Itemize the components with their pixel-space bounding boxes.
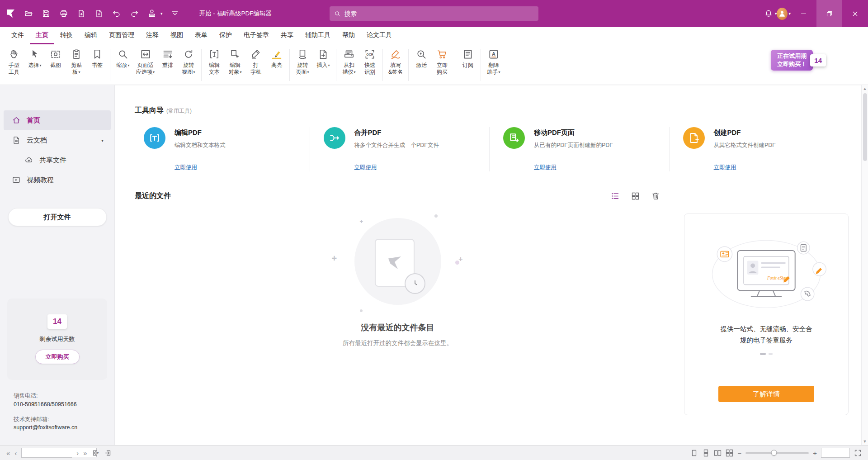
card-merge-pdf[interactable]: 合并PDF 将多个文件合并生成一个PDF文件 立即使用: [310, 127, 490, 171]
rotate-pages-button[interactable]: 旋转 页面: [292, 48, 313, 76]
next-view-icon[interactable]: [104, 449, 112, 457]
menu-edit[interactable]: 编辑: [79, 27, 103, 44]
carousel-dots[interactable]: [760, 353, 773, 355]
sidebar-item-cloud-docs[interactable]: 云文档 ▾: [4, 130, 111, 150]
card-create-pdf[interactable]: 创建PDF 从其它格式文件创建PDF 立即使用: [669, 127, 849, 171]
scrollbar-thumb[interactable]: [863, 93, 867, 161]
insert-pages-button[interactable]: 插入: [313, 48, 334, 69]
vertical-scrollbar[interactable]: ▲ ▼: [861, 85, 868, 445]
snapshot-button[interactable]: 截图: [45, 48, 66, 69]
use-now-link[interactable]: 立即使用: [534, 164, 557, 171]
menu-file[interactable]: 文件: [5, 27, 30, 44]
fullscreen-icon[interactable]: [854, 449, 862, 457]
chevron-down-icon[interactable]: ▾: [101, 138, 104, 143]
ocr-button[interactable]: OCR 快速 识别: [359, 48, 380, 76]
save-icon[interactable]: [41, 8, 52, 19]
buy-now-pill-button[interactable]: 立即购买: [35, 350, 80, 364]
buy-now-button[interactable]: 立即 购买: [432, 48, 453, 76]
bookmark-button[interactable]: 书签: [87, 48, 108, 69]
clipboard-button[interactable]: 剪贴 板: [66, 48, 87, 76]
list-view-icon[interactable]: [610, 191, 620, 201]
edit-text-button[interactable]: 编辑 文本: [204, 48, 225, 76]
fill-sign-button[interactable]: 填写 &签名: [385, 48, 406, 76]
zoom-in-icon[interactable]: +: [813, 450, 817, 456]
menu-esign[interactable]: 电子签章: [238, 27, 275, 44]
zoom-tool-button[interactable]: 缩放: [113, 48, 133, 69]
menu-home[interactable]: 主页: [30, 27, 54, 44]
learn-more-button[interactable]: 了解详情: [718, 386, 814, 402]
restore-button[interactable]: [816, 0, 842, 27]
fit-options-button[interactable]: 页面适 应选项: [133, 48, 157, 76]
activate-button[interactable]: 激活: [411, 48, 432, 69]
last-page-icon[interactable]: »: [83, 450, 87, 456]
notifications-bell-icon[interactable]: [763, 8, 774, 19]
hand-tool-button[interactable]: 手型 工具: [4, 48, 24, 76]
typewriter-button[interactable]: 打 字机: [245, 48, 266, 76]
subscribe-button[interactable]: 订阅: [458, 48, 478, 69]
menu-page-manage[interactable]: 页面管理: [103, 27, 140, 44]
search-input[interactable]: [344, 10, 534, 17]
card-move-pdf-pages[interactable]: 移动PDF页面 从已有的PDF页面创建新的PDF 立即使用: [489, 127, 669, 171]
trash-icon[interactable]: [651, 191, 660, 201]
use-now-link[interactable]: 立即使用: [175, 164, 197, 171]
card-edit-pdf[interactable]: 编辑PDF 编辑文档和文本格式 立即使用: [135, 127, 310, 171]
collapse-ribbon-icon[interactable]: [170, 8, 180, 19]
continuous-view-icon[interactable]: [702, 449, 710, 457]
facing-continuous-view-icon[interactable]: [726, 449, 733, 457]
zoom-value-input[interactable]: [821, 448, 849, 457]
trial-banner-text[interactable]: 正在试用期 立即购买！: [771, 50, 813, 71]
rotate-view-button[interactable]: 旋转 视图: [178, 48, 199, 76]
carousel-dot-active[interactable]: [760, 353, 766, 355]
support-email-value[interactable]: support@foxitsoftware.cn: [14, 423, 114, 432]
grid-view-icon[interactable]: [631, 191, 640, 201]
sidebar-item-video-tutorials[interactable]: 视频教程: [4, 170, 111, 190]
reflow-button[interactable]: 重排: [157, 48, 178, 69]
trial-banner[interactable]: 正在试用期 立即购买！ 14: [771, 50, 826, 71]
foxit-logo-icon[interactable]: [5, 8, 16, 19]
menu-help[interactable]: 帮助: [336, 27, 361, 44]
translate-assistant-button[interactable]: A 翻译 助手: [483, 48, 504, 76]
chevron-down-icon[interactable]: ▾: [160, 11, 163, 16]
print-icon[interactable]: [58, 8, 69, 19]
menu-comment[interactable]: 注释: [140, 27, 165, 44]
select-tool-button[interactable]: 选择: [24, 48, 45, 69]
open-file-button[interactable]: 打开文件: [8, 208, 107, 226]
dot-decoration: [434, 214, 438, 218]
zoom-slider[interactable]: [745, 452, 809, 454]
search-bar[interactable]: [330, 6, 538, 21]
menu-paper-tools[interactable]: 论文工具: [361, 27, 398, 44]
redo-icon[interactable]: [129, 8, 140, 19]
create-pdf-icon[interactable]: [94, 8, 104, 19]
edit-object-button[interactable]: 编辑 对象: [225, 48, 245, 76]
from-scanner-button[interactable]: 从扫 描仪: [339, 48, 359, 76]
zoom-out-icon[interactable]: −: [737, 450, 741, 456]
menu-accessibility[interactable]: 辅助工具: [299, 27, 336, 44]
use-now-link[interactable]: 立即使用: [714, 164, 736, 171]
open-file-icon[interactable]: [23, 8, 34, 19]
menu-form[interactable]: 表单: [189, 27, 213, 44]
next-page-icon[interactable]: ›: [76, 450, 79, 456]
previous-page-icon[interactable]: ‹: [14, 450, 17, 456]
use-now-link[interactable]: 立即使用: [354, 164, 377, 171]
menu-convert[interactable]: 转换: [54, 27, 79, 44]
sidebar-item-home[interactable]: 首页: [4, 110, 111, 130]
export-pdf-icon[interactable]: [76, 8, 87, 19]
highlight-button[interactable]: 高亮: [266, 48, 287, 69]
scroll-down-icon[interactable]: ▼: [863, 438, 867, 445]
menu-share[interactable]: 共享: [275, 27, 299, 44]
facing-view-icon[interactable]: [714, 449, 722, 457]
scroll-up-icon[interactable]: ▲: [863, 85, 867, 92]
menu-protect[interactable]: 保护: [213, 27, 238, 44]
undo-icon[interactable]: [111, 8, 122, 19]
menu-view[interactable]: 视图: [165, 27, 189, 44]
avatar[interactable]: [777, 8, 788, 19]
previous-view-icon[interactable]: [92, 449, 99, 457]
carousel-dot[interactable]: [769, 353, 773, 355]
sidebar-item-shared-files[interactable]: 共享文件: [4, 150, 111, 170]
close-button[interactable]: [842, 0, 868, 27]
zoom-slider-handle[interactable]: [771, 450, 777, 456]
first-page-icon[interactable]: «: [6, 450, 10, 456]
minimize-button[interactable]: [791, 0, 816, 27]
stamp-tool-icon[interactable]: [146, 8, 157, 19]
single-page-view-icon[interactable]: [690, 449, 698, 457]
